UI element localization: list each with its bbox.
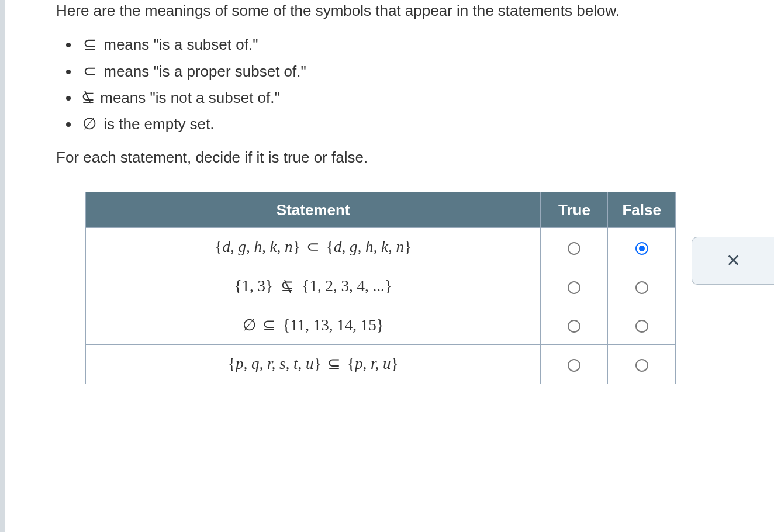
true-cell xyxy=(541,345,608,384)
instruction-text: For each statement, decide if it is true… xyxy=(56,147,774,168)
table-row: {p, q, r, s, t, u} ⊆ {p, r, u} xyxy=(86,345,676,384)
header-false: False xyxy=(608,192,676,227)
subset-eq-icon: ⊆ xyxy=(327,355,345,372)
legend-item: ∅ is the empty set. xyxy=(80,112,774,135)
radio-false[interactable] xyxy=(635,359,648,372)
radio-true[interactable] xyxy=(568,242,580,255)
legend-item: ⊆ means "is not a subset of." xyxy=(80,86,774,109)
intro-text: Here are the meanings of some of the sym… xyxy=(56,0,728,21)
false-cell xyxy=(608,306,676,345)
not-subset-icon: ⊆ xyxy=(80,86,96,109)
table-body: {d, g, h, k, n} ⊂ {d, g, h, k, n}{1, 3} … xyxy=(86,227,676,384)
legend-item: ⊆ means "is a subset of." xyxy=(80,33,774,56)
empty-set-icon: ∅ xyxy=(80,112,99,135)
radio-false[interactable] xyxy=(635,320,648,333)
false-cell xyxy=(608,227,676,267)
statements-table-area: Statement True False {d, g, h, k, n} ⊂ {… xyxy=(85,192,676,385)
header-true: True xyxy=(541,192,608,227)
false-cell xyxy=(608,345,676,384)
symbol-legend-list: ⊆ means "is a subset of." ⊂ means "is a … xyxy=(80,33,774,135)
subset-eq-icon: ⊆ xyxy=(80,33,99,56)
table-header-row: Statement True False xyxy=(86,192,676,227)
true-cell xyxy=(541,306,608,345)
statement-cell: ∅ ⊆ {11, 13, 14, 15} xyxy=(86,306,541,345)
close-icon: ✕ xyxy=(726,252,741,270)
legend-text: is the empty set. xyxy=(99,115,215,133)
question-page: Here are the meanings of some of the sym… xyxy=(0,0,774,532)
table-row: {d, g, h, k, n} ⊂ {d, g, h, k, n} xyxy=(86,227,676,267)
radio-true[interactable] xyxy=(568,359,580,372)
table-row: ∅ ⊆ {11, 13, 14, 15} xyxy=(86,306,676,345)
not-subset-icon: ⊆ xyxy=(279,275,296,298)
subset-eq-icon: ⊆ xyxy=(262,316,280,334)
statement-text: {1, 3} ⊆ {1, 2, 3, 4, ...} xyxy=(234,277,392,295)
radio-true[interactable] xyxy=(568,320,580,333)
close-panel-button[interactable]: ✕ xyxy=(692,237,774,285)
true-cell xyxy=(541,227,608,267)
radio-true[interactable] xyxy=(568,281,580,294)
radio-false[interactable] xyxy=(635,242,648,255)
statement-cell: {d, g, h, k, n} ⊂ {d, g, h, k, n} xyxy=(86,227,541,267)
header-statement: Statement xyxy=(86,192,541,227)
false-cell xyxy=(608,267,676,306)
statement-text: {d, g, h, k, n} ⊂ {d, g, h, k, n} xyxy=(215,238,412,255)
statement-text: {p, q, r, s, t, u} ⊆ {p, r, u} xyxy=(228,355,398,372)
statement-cell: {1, 3} ⊆ {1, 2, 3, 4, ...} xyxy=(86,267,541,306)
table-row: {1, 3} ⊆ {1, 2, 3, 4, ...} xyxy=(86,267,676,306)
proper-subset-icon: ⊂ xyxy=(306,238,324,255)
statements-table: Statement True False {d, g, h, k, n} ⊂ {… xyxy=(85,192,676,385)
legend-text: means "is a proper subset of." xyxy=(99,63,306,80)
radio-false[interactable] xyxy=(635,281,648,294)
true-cell xyxy=(541,267,608,306)
statement-text: ∅ ⊆ {11, 13, 14, 15} xyxy=(243,316,384,334)
legend-text: means "is a subset of." xyxy=(99,36,258,53)
legend-item: ⊂ means "is a proper subset of." xyxy=(80,60,774,82)
statement-cell: {p, q, r, s, t, u} ⊆ {p, r, u} xyxy=(86,345,541,384)
proper-subset-icon: ⊂ xyxy=(80,60,99,82)
legend-text: means "is not a subset of." xyxy=(96,89,280,106)
